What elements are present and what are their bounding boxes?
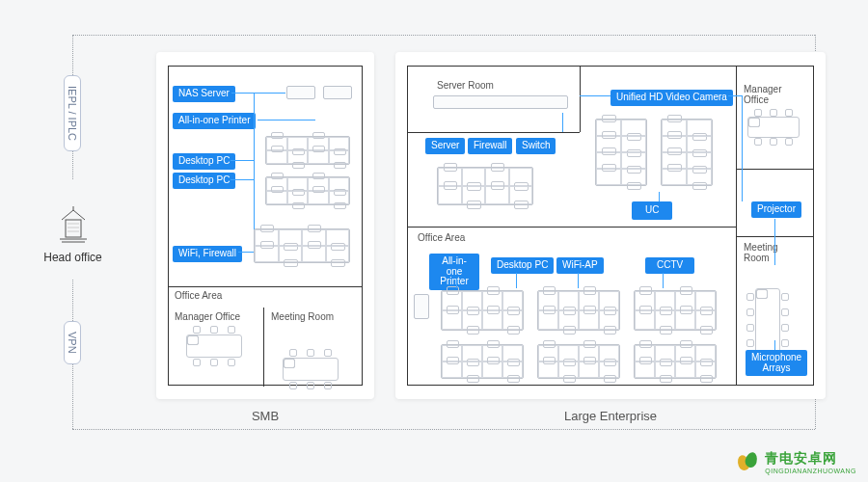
connector <box>728 95 742 96</box>
head-office: Head office <box>37 206 109 264</box>
connector <box>231 160 254 161</box>
connector <box>774 340 775 350</box>
device-nas <box>286 86 315 99</box>
label-cctv: CCTV <box>645 257 694 274</box>
table <box>747 117 800 138</box>
dotted-line <box>72 35 815 36</box>
label-server-room: Server Room <box>437 80 494 91</box>
watermark-en: QINGDIANANZHUOWANG <box>765 468 856 474</box>
connection-label-vpn: VPN <box>64 321 81 364</box>
label-meeting-room: Meeting Room <box>744 242 778 263</box>
desk-cluster <box>437 167 533 205</box>
label-mic: Microphone Arrays <box>746 350 807 376</box>
device-router <box>323 86 352 99</box>
table <box>283 358 339 381</box>
wall <box>263 308 264 387</box>
label-camera: Unified HD Video Camera <box>610 90 733 106</box>
label-firewall: Firewall <box>468 138 512 154</box>
floorplan-enterprise: Server Room Server Firewall Switch Unifi… <box>407 66 814 386</box>
watermark-cn: 青电安卓网 <box>765 450 856 468</box>
card-enterprise: Server Room Server Firewall Switch Unifi… <box>395 52 826 399</box>
diagram-stage: IEPL / IPLC VPN Head office NAS Server A… <box>0 0 868 482</box>
label-server: Server <box>425 138 465 154</box>
connector <box>578 273 579 288</box>
label-switch: Switch <box>516 138 556 154</box>
connector <box>258 120 315 120</box>
wall <box>169 286 362 287</box>
table <box>755 288 780 360</box>
connector <box>231 93 285 94</box>
watermark: 青电安卓网 QINGDIANANZHUOWANG <box>738 450 856 474</box>
desk-cluster <box>265 176 350 205</box>
label-printer: All-in-one Printer <box>173 113 256 129</box>
wall <box>580 67 581 132</box>
label-manager-office: Manager Office <box>175 311 240 322</box>
head-office-label: Head office <box>37 251 109 264</box>
connector <box>580 95 610 96</box>
desk-cluster <box>441 344 524 379</box>
floorplan-smb: NAS Server All-in-one Printer Desktop PC… <box>168 66 363 386</box>
connector <box>231 179 254 180</box>
desk-cluster <box>254 228 350 263</box>
label-desktop-2: Desktop PC <box>173 173 235 189</box>
connector <box>238 252 254 253</box>
dotted-line <box>72 429 815 430</box>
desk-cluster <box>661 119 713 186</box>
connector <box>742 95 743 201</box>
desk-cluster <box>537 344 620 379</box>
wall <box>736 67 737 385</box>
label-office-area: Office Area <box>175 290 222 301</box>
wall <box>408 132 580 133</box>
desk-cluster <box>595 119 647 186</box>
label-meeting-room: Meeting Room <box>271 311 334 322</box>
label-uc: UC <box>632 201 672 220</box>
label-office-area: Office Area <box>418 232 465 243</box>
desk-cluster <box>265 136 350 165</box>
desk-cluster <box>634 290 717 331</box>
table <box>186 335 242 358</box>
leaf-icon <box>738 452 759 473</box>
desk-cluster <box>537 290 620 331</box>
connector <box>663 273 664 288</box>
card-smb: NAS Server All-in-one Printer Desktop PC… <box>156 52 374 399</box>
label-wifi-ap: WiFi-AP <box>556 257 604 274</box>
label-projector: Projector <box>751 201 801 218</box>
label-desktop-1: Desktop PC <box>173 153 235 170</box>
connector <box>562 113 563 132</box>
caption-enterprise: Large Enterprise <box>395 409 826 423</box>
label-wifi: WiFi, Firewall <box>173 246 242 262</box>
label-desktop: Desktop PC <box>491 257 554 274</box>
device-rack <box>433 95 568 109</box>
wall <box>408 227 736 228</box>
caption-smb: SMB <box>156 409 374 423</box>
desk-cluster <box>441 290 524 331</box>
wall <box>736 169 813 170</box>
svg-rect-0 <box>66 220 81 237</box>
connector <box>516 273 517 288</box>
connection-label-iepl: IEPL / IPLC <box>64 75 81 151</box>
desk-cluster <box>634 344 717 379</box>
building-icon <box>58 206 89 245</box>
device-printer <box>414 294 429 319</box>
connector <box>659 192 660 201</box>
label-printer: All-in-one Printer <box>429 254 479 290</box>
label-manager-office: Manager Office <box>744 84 781 105</box>
label-nas: NAS Server <box>173 86 235 102</box>
connector <box>774 219 775 265</box>
connector <box>456 279 457 288</box>
